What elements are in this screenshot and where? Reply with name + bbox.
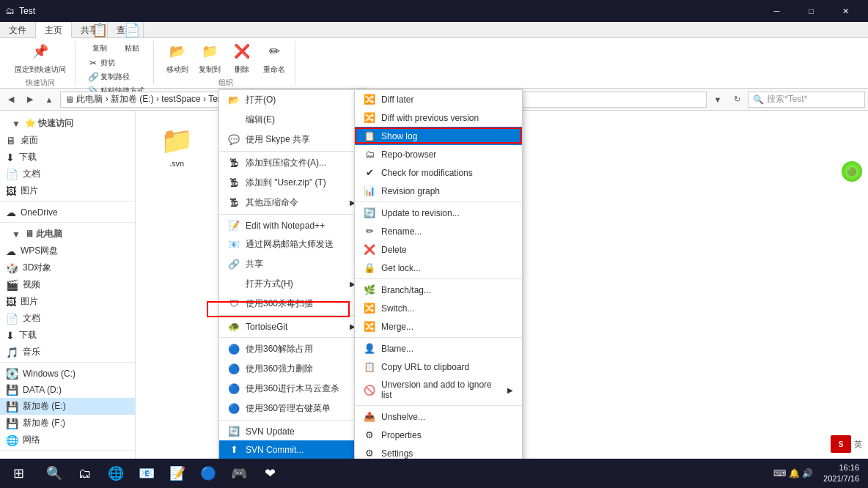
ctx-switch[interactable]: 🔀 Switch... (355, 299, 522, 317)
ctx-diffprev[interactable]: 🔀 Diff with previous version (355, 108, 522, 127)
sidebar-item-winc[interactable]: 💽Windows (C:) (0, 366, 135, 382)
ctx-edit[interactable]: 编辑(E) (219, 110, 364, 130)
ctx-sep4 (219, 337, 364, 338)
ctx-merge[interactable]: 🔀 Merge... (355, 317, 522, 336)
copyto-button[interactable]: 📁 复制到 (195, 38, 224, 76)
taskbar-app1[interactable]: 🔵 (194, 459, 223, 488)
ctx-addarchive[interactable]: 🗜 添加到压缩文件(A)... (219, 153, 364, 173)
dropdown-arrow[interactable]: ▼ (710, 92, 726, 108)
ctx-open[interactable]: 📂 打开(O) (219, 90, 364, 110)
svn-sep3 (355, 337, 522, 338)
minimize-button[interactable]: ─ (760, 0, 793, 22)
sidebar-item-docs[interactable]: 📄文档 (0, 310, 135, 327)
ctx-360cloud[interactable]: 🔵 使用360进行木马云查杀 (219, 379, 364, 399)
ctx-rename-svn[interactable]: ✏ Rename... (355, 222, 522, 240)
paste-button[interactable]: 📄 粘贴 (117, 17, 147, 55)
paste-icon: 📄 (120, 18, 144, 42)
ctx-360unlock[interactable]: 🔵 使用360解除占用 (219, 339, 364, 359)
sidebar-item-newe[interactable]: 💾新加卷 (E:) (0, 398, 135, 415)
taskbar-search[interactable]: 🔍 (40, 459, 69, 488)
taskbar-clock[interactable]: 16:16 2021/7/16 (819, 462, 864, 485)
rename-ribbon-button[interactable]: ✏ 重命名 (260, 38, 289, 76)
nav-back-button[interactable]: ◀ (3, 92, 19, 108)
search-box[interactable]: 🔍 搜索*Test* (748, 92, 865, 108)
ctx-properties-svn[interactable]: ⚙ Properties (355, 426, 522, 444)
close-button[interactable]: ✕ (829, 0, 862, 22)
maximize-button[interactable]: □ (795, 0, 828, 22)
delete-ribbon-button[interactable]: ❌ 删除 (227, 38, 257, 76)
taskbar-notepad[interactable]: 📝 (163, 459, 192, 488)
ctx-branchtag[interactable]: 🌿 Branch/tag... (355, 281, 522, 299)
ctx-svncommit[interactable]: ⬆ SVN Commit... (219, 440, 364, 459)
sidebar-item-documents[interactable]: 📄文档 (0, 166, 135, 182)
ctx-difflater[interactable]: 🔀 Diff later (355, 90, 522, 108)
ctx-360scan[interactable]: 🛡 使用360杀毒扫描 (219, 294, 364, 314)
sidebar-item-desktop[interactable]: 🖥桌面 (0, 132, 135, 149)
green-overlay-button[interactable]: 🟢 (842, 161, 862, 182)
file-item-svn[interactable]: 📁 .svn (147, 122, 206, 171)
copy-path-button[interactable]: 🔗 复制路径 (84, 70, 147, 84)
ctx-unshelve[interactable]: 📤 Unshelve... (355, 407, 522, 426)
ctx-showlog[interactable]: 📋 Show log (355, 127, 522, 145)
ctx-notepad[interactable]: 📝 Edit with Notepad++ (219, 216, 364, 234)
clipboard-icons: 📋 复制 📄 粘贴 (85, 17, 147, 55)
compress-icon: 🗜 (228, 197, 240, 208)
ctx-addzip[interactable]: 🗜 添加到 "User.zip" (T) (219, 173, 364, 193)
ctx-openwith[interactable]: 打开方式(H) ▶ (219, 274, 364, 294)
sidebar-item-onedrive[interactable]: ☁OneDrive (0, 204, 135, 221)
show-desktop-button[interactable] (864, 459, 868, 488)
wps-icon: ☁ (6, 245, 16, 257)
ctx-morecompress[interactable]: 🗜 其他压缩命令 ▶ (219, 193, 364, 212)
ctx-svnupdate[interactable]: 🔄 SVN Update (219, 422, 364, 440)
sidebar-item-video[interactable]: 🎬视频 (0, 276, 135, 293)
ctx-tortoisegit[interactable]: 🐢 TortoiseGit ▶ (219, 317, 364, 336)
sidebar-item-downloads[interactable]: ⬇下载 (0, 149, 135, 166)
ctx-skype[interactable]: 💬 使用 Skype 共享 (219, 130, 364, 149)
nav-up-button[interactable]: ▲ (41, 92, 57, 108)
cut-button[interactable]: ✂ 剪切 (84, 56, 147, 70)
blame-icon: 👤 (364, 343, 375, 354)
taskbar-fileexplorer[interactable]: 🗂 (70, 459, 100, 488)
copy-button[interactable]: 📋 复制 (85, 17, 114, 55)
difflater-icon: 🔀 (364, 94, 375, 105)
sidebar-item-pictures[interactable]: 🖼图片 (0, 182, 135, 199)
refresh-button[interactable]: ↻ (729, 92, 745, 108)
ctx-revgraph[interactable]: 📊 Revision graph (355, 182, 522, 200)
ctx-checkmod[interactable]: ✔ Check for modifications (355, 163, 522, 182)
tab-file[interactable]: 文件 (0, 22, 36, 37)
taskbar: ⊞ 🔍 🗂 🌐 📧 📝 🔵 🎮 ❤ ⌨ 🔔 🔊 16:16 2021/7/16 (0, 459, 868, 488)
pin-icon: 📌 (29, 40, 52, 63)
ctx-sep2 (219, 214, 364, 215)
delete-icon: ❌ (230, 40, 254, 63)
ctx-getlock[interactable]: 🔒 Get lock... (355, 259, 522, 277)
ctx-share[interactable]: 🔗 共享 (219, 254, 364, 274)
taskbar-email[interactable]: 📧 (132, 459, 161, 488)
sohu-icon[interactable]: S (831, 435, 851, 453)
tab-home[interactable]: 主页 (36, 22, 72, 38)
pin-quickaccess-button[interactable]: 📌 固定到快速访问 (12, 38, 69, 76)
ctx-copyurl[interactable]: 📋 Copy URL to clipboard (355, 358, 522, 376)
taskbar-app3[interactable]: ❤ (255, 459, 284, 488)
taskbar-browser[interactable]: 🌐 (101, 459, 130, 488)
ctx-360del[interactable]: 🔵 使用360强力删除 (219, 359, 364, 379)
sidebar-item-datad[interactable]: 💾DATA (D:) (0, 382, 135, 398)
ctx-360menu[interactable]: 🔵 使用360管理右键菜单 (219, 399, 364, 418)
ctx-delete-svn[interactable]: ❌ Delete (355, 240, 522, 259)
sidebar-item-3d[interactable]: 🎲3D对象 (0, 259, 135, 276)
sidebar-item-newf[interactable]: 💾新加卷 (F:) (0, 415, 135, 432)
ctx-repobrowser[interactable]: 🗂 Repo-browser (355, 145, 522, 163)
sidebar-item-wps[interactable]: ☁WPS网盘 (0, 243, 135, 259)
ctx-email[interactable]: 📧 通过网易邮箱大师发送 (219, 234, 364, 254)
start-button[interactable]: ⊞ (0, 459, 37, 488)
nav-forward-button[interactable]: ▶ (22, 92, 38, 108)
ctx-updaterev[interactable]: 🔄 Update to revision... (355, 204, 522, 222)
sidebar-item-dl[interactable]: ⬇下载 (0, 327, 135, 344)
sidebar-item-images[interactable]: 🖼图片 (0, 293, 135, 310)
sidebar-item-music[interactable]: 🎵音乐 (0, 344, 135, 361)
docs-icon: 📄 (6, 313, 18, 325)
ctx-unversion[interactable]: 🚫 Unversion and add to ignore list ▶ (355, 376, 522, 404)
sidebar-item-network[interactable]: 🌐网络 (0, 432, 135, 448)
moveto-button[interactable]: 📂 移动到 (163, 38, 192, 76)
taskbar-app2[interactable]: 🎮 (224, 459, 254, 488)
ctx-blame[interactable]: 👤 Blame... (355, 339, 522, 358)
